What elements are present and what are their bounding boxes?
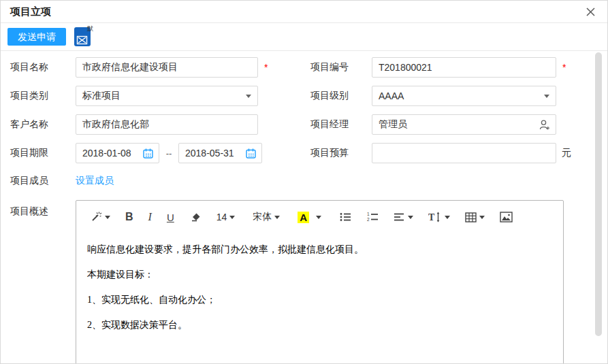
project-manager-label: 项目经理 xyxy=(310,118,372,131)
rich-text-editor: B I U 14 宋体 xyxy=(76,200,564,364)
chevron-down-icon xyxy=(316,216,321,222)
action-toolbar: 发送申请 默 xyxy=(1,23,607,50)
field-customer-name: 客户名称 xyxy=(10,114,310,135)
form-row-2: 项目类别 标准项目 项目级别 AAAA xyxy=(10,86,598,106)
customer-name-label: 客户名称 xyxy=(10,118,76,131)
project-code-label: 项目编号 xyxy=(310,61,372,73)
project-name-label: 项目名称 xyxy=(10,61,76,73)
align-button[interactable] xyxy=(391,211,416,223)
project-budget-label: 项目预算 xyxy=(310,147,372,159)
broken-image-icon xyxy=(76,34,89,45)
send-request-button[interactable]: 发送申请 xyxy=(7,28,66,46)
project-level-value: AAAA xyxy=(379,90,404,101)
project-manager-input[interactable] xyxy=(379,119,538,130)
field-project-budget: 项目预算 元 xyxy=(310,143,571,163)
chevron-down-icon xyxy=(246,95,251,101)
italic-button[interactable]: I xyxy=(146,210,155,225)
chevron-down-icon xyxy=(105,216,110,222)
project-type-select[interactable]: 标准项目 xyxy=(76,86,258,106)
broken-image-badge[interactable]: 默 xyxy=(74,27,91,46)
editor-content[interactable]: 响应信息化建设要求，提升各部门办公效率，拟批建信息化项目。 本期建设目标： 1、… xyxy=(76,231,563,364)
calendar-icon[interactable] xyxy=(245,148,257,159)
field-project-name: 项目名称 * xyxy=(10,57,310,78)
project-level-select[interactable]: AAAA xyxy=(372,86,556,106)
font-color-button[interactable]: A xyxy=(295,210,324,225)
add-person-icon[interactable] xyxy=(538,118,551,131)
project-summary-label: 项目概述 xyxy=(10,200,76,218)
project-initiation-dialog: 项目立项 发送申请 默 项目名称 * xyxy=(0,0,608,364)
form-row-3: 客户名称 项目经理 xyxy=(10,114,598,135)
field-project-level: 项目级别 AAAA xyxy=(310,86,556,106)
close-button[interactable] xyxy=(584,5,596,18)
editor-paragraph: 1、实现无纸化、自动化办公； xyxy=(87,294,552,306)
project-level-label: 项目级别 xyxy=(310,90,372,102)
close-icon xyxy=(586,7,596,17)
font-size-button[interactable]: 14 xyxy=(214,210,238,224)
form-row-6: 项目概述 B I xyxy=(10,200,598,364)
field-project-manager: 项目经理 xyxy=(310,114,556,135)
line-height-button[interactable]: T xyxy=(426,210,453,224)
editor-paragraph: 2、实现数据决策平台。 xyxy=(87,319,552,331)
end-date-input[interactable] xyxy=(185,148,245,159)
bullet-list-button[interactable] xyxy=(336,210,354,224)
badge-alt-text: 默 xyxy=(87,26,93,32)
table-button[interactable] xyxy=(462,211,487,224)
customer-name-input[interactable] xyxy=(76,114,258,135)
form-row-5: 项目成员 设置成员 xyxy=(10,171,598,191)
project-name-input[interactable] xyxy=(76,57,258,78)
form-row-4: 项目期限 -- xyxy=(10,143,598,163)
bold-button[interactable]: B xyxy=(123,210,136,225)
project-type-label: 项目类别 xyxy=(10,90,76,102)
end-date-picker[interactable] xyxy=(178,143,262,163)
bullet-list-icon xyxy=(339,212,351,222)
eraser-icon xyxy=(189,211,202,223)
eraser-button[interactable] xyxy=(187,210,204,225)
budget-unit: 元 xyxy=(562,147,571,159)
calendar-icon[interactable] xyxy=(142,148,154,159)
font-family-value: 宋体 xyxy=(253,211,272,223)
project-manager-picker[interactable] xyxy=(372,114,556,135)
field-project-code: 项目编号 * xyxy=(310,57,569,78)
field-project-members: 项目成员 设置成员 xyxy=(10,175,310,187)
chevron-down-icon xyxy=(445,216,450,222)
date-range-separator: -- xyxy=(159,148,178,159)
align-left-icon xyxy=(394,212,405,222)
start-date-picker[interactable] xyxy=(76,143,159,163)
project-type-value: 标准项目 xyxy=(82,90,121,102)
set-members-link[interactable]: 设置成员 xyxy=(76,175,114,187)
dialog-title: 项目立项 xyxy=(10,5,51,18)
project-code-input[interactable] xyxy=(372,57,556,78)
form-row-1: 项目名称 * 项目编号 * xyxy=(10,57,598,78)
chevron-down-icon xyxy=(544,95,549,101)
required-asterisk: * xyxy=(264,62,271,73)
format-wand-button[interactable] xyxy=(87,210,113,225)
project-budget-input[interactable] xyxy=(372,143,556,163)
chevron-down-icon xyxy=(479,216,485,222)
line-height-icon: T xyxy=(428,212,442,222)
font-size-value: 14 xyxy=(217,212,227,222)
image-icon xyxy=(500,212,513,222)
project-form: 项目名称 * 项目编号 * 项目类别 标准项目 xyxy=(1,51,607,364)
svg-text:1: 1 xyxy=(367,212,370,216)
required-asterisk: * xyxy=(562,62,569,73)
svg-text:T: T xyxy=(428,212,435,222)
project-period-label: 项目期限 xyxy=(10,147,76,159)
project-members-label: 项目成员 xyxy=(10,175,76,187)
chevron-down-icon xyxy=(274,216,280,222)
vertical-scrollbar[interactable] xyxy=(595,52,602,336)
font-family-button[interactable]: 宋体 xyxy=(250,210,283,225)
dialog-titlebar: 项目立项 xyxy=(1,1,607,22)
font-color-swatch: A xyxy=(298,212,309,223)
table-icon xyxy=(465,212,477,222)
chevron-down-icon xyxy=(408,216,413,222)
image-button[interactable] xyxy=(497,210,515,224)
underline-button[interactable]: U xyxy=(164,210,177,225)
editor-toolbar: B I U 14 宋体 xyxy=(76,201,563,231)
chevron-down-icon xyxy=(229,216,235,222)
field-project-period: 项目期限 -- xyxy=(10,143,310,163)
editor-paragraph: 响应信息化建设要求，提升各部门办公效率，拟批建信息化项目。 xyxy=(87,244,552,256)
start-date-input[interactable] xyxy=(82,148,142,159)
editor-paragraph: 本期建设目标： xyxy=(87,269,552,281)
numbered-list-button[interactable]: 1 2 xyxy=(364,210,381,224)
svg-text:2: 2 xyxy=(367,217,370,222)
